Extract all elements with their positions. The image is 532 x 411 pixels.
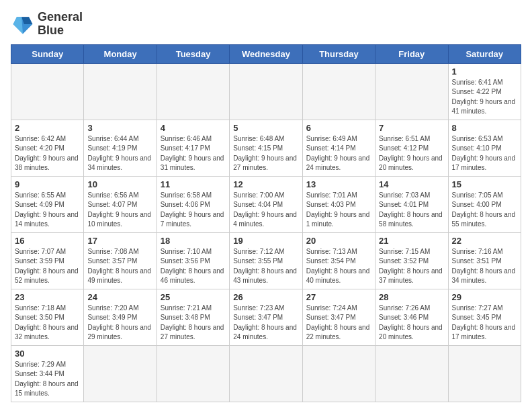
header: General Blue (11, 11, 521, 38)
day-number: 27 (306, 292, 371, 302)
day-info: Sunrise: 6:53 AM Sunset: 4:10 PM Dayligh… (452, 134, 517, 173)
day-info: Sunrise: 7:15 AM Sunset: 3:52 PM Dayligh… (379, 247, 444, 286)
calendar-cell: 12Sunrise: 7:00 AM Sunset: 4:04 PM Dayli… (230, 176, 302, 232)
calendar-cell: 2Sunrise: 6:42 AM Sunset: 4:20 PM Daylig… (11, 120, 84, 176)
calendar-cell: 28Sunrise: 7:26 AM Sunset: 3:46 PM Dayli… (375, 289, 448, 345)
day-info: Sunrise: 7:01 AM Sunset: 4:03 PM Dayligh… (306, 191, 371, 230)
day-info: Sunrise: 7:13 AM Sunset: 3:54 PM Dayligh… (306, 247, 371, 286)
day-info: Sunrise: 6:41 AM Sunset: 4:22 PM Dayligh… (452, 78, 517, 117)
calendar-cell: 15Sunrise: 7:05 AM Sunset: 4:00 PM Dayli… (448, 176, 521, 232)
day-info: Sunrise: 7:24 AM Sunset: 3:47 PM Dayligh… (306, 304, 371, 342)
day-info: Sunrise: 7:00 AM Sunset: 4:04 PM Dayligh… (233, 191, 298, 230)
day-info: Sunrise: 6:56 AM Sunset: 4:07 PM Dayligh… (87, 191, 152, 230)
calendar-cell (375, 63, 448, 120)
generalblue-logo-icon (11, 12, 35, 36)
day-number: 25 (161, 292, 226, 302)
day-info: Sunrise: 7:05 AM Sunset: 4:00 PM Dayligh… (452, 191, 517, 230)
calendar-cell: 8Sunrise: 6:53 AM Sunset: 4:10 PM Daylig… (448, 120, 521, 176)
calendar-cell: 17Sunrise: 7:08 AM Sunset: 3:57 PM Dayli… (84, 232, 157, 289)
calendar-cell: 20Sunrise: 7:13 AM Sunset: 3:54 PM Dayli… (302, 232, 375, 289)
calendar-cell: 3Sunrise: 6:44 AM Sunset: 4:19 PM Daylig… (84, 120, 157, 176)
day-number: 1 (452, 66, 517, 77)
day-number: 30 (15, 349, 80, 359)
day-number: 10 (87, 179, 152, 189)
day-number: 17 (87, 236, 152, 246)
day-number: 8 (452, 123, 517, 133)
calendar-cell: 18Sunrise: 7:10 AM Sunset: 3:56 PM Dayli… (157, 232, 229, 289)
calendar-cell (84, 345, 157, 402)
calendar-cell: 1Sunrise: 6:41 AM Sunset: 4:22 PM Daylig… (448, 63, 521, 120)
calendar-cell (11, 63, 84, 120)
day-number: 16 (15, 236, 80, 246)
day-number: 22 (452, 236, 517, 246)
day-number: 5 (233, 123, 298, 133)
calendar-cell: 27Sunrise: 7:24 AM Sunset: 3:47 PM Dayli… (302, 289, 375, 345)
day-number: 26 (233, 292, 298, 302)
calendar-cell (375, 345, 448, 402)
calendar-cell: 29Sunrise: 7:27 AM Sunset: 3:45 PM Dayli… (448, 289, 521, 345)
svg-marker-2 (13, 17, 23, 34)
day-number: 19 (233, 236, 298, 246)
day-number: 2 (15, 123, 80, 133)
calendar-cell (230, 345, 302, 402)
calendar-cell: 10Sunrise: 6:56 AM Sunset: 4:07 PM Dayli… (84, 176, 157, 232)
day-number: 9 (15, 179, 80, 189)
logo-text-general: General (38, 11, 83, 24)
day-info: Sunrise: 6:48 AM Sunset: 4:15 PM Dayligh… (233, 134, 298, 173)
calendar-cell: 7Sunrise: 6:51 AM Sunset: 4:12 PM Daylig… (375, 120, 448, 176)
day-info: Sunrise: 6:44 AM Sunset: 4:19 PM Dayligh… (87, 134, 152, 173)
calendar-cell: 5Sunrise: 6:48 AM Sunset: 4:15 PM Daylig… (230, 120, 302, 176)
calendar-cell: 24Sunrise: 7:20 AM Sunset: 3:49 PM Dayli… (84, 289, 157, 345)
calendar-cell (230, 63, 302, 120)
logo-text-blue: Blue (38, 24, 83, 38)
calendar-cell: 9Sunrise: 6:55 AM Sunset: 4:09 PM Daylig… (11, 176, 84, 232)
day-info: Sunrise: 7:08 AM Sunset: 3:57 PM Dayligh… (87, 247, 152, 286)
calendar-cell (302, 63, 375, 120)
day-info: Sunrise: 7:27 AM Sunset: 3:45 PM Dayligh… (452, 304, 517, 342)
day-number: 28 (379, 292, 444, 302)
day-info: Sunrise: 7:03 AM Sunset: 4:01 PM Dayligh… (379, 191, 444, 230)
day-info: Sunrise: 7:10 AM Sunset: 3:56 PM Dayligh… (161, 247, 226, 286)
day-info: Sunrise: 6:49 AM Sunset: 4:14 PM Dayligh… (306, 134, 371, 173)
day-info: Sunrise: 7:26 AM Sunset: 3:46 PM Dayligh… (379, 304, 444, 342)
weekday-header-thursday: Thursday (302, 44, 375, 63)
day-info: Sunrise: 7:07 AM Sunset: 3:59 PM Dayligh… (15, 247, 80, 286)
calendar-cell: 22Sunrise: 7:16 AM Sunset: 3:51 PM Dayli… (448, 232, 521, 289)
day-number: 11 (161, 179, 226, 189)
day-number: 7 (379, 123, 444, 133)
day-number: 20 (306, 236, 371, 246)
calendar-table: SundayMondayTuesdayWednesdayThursdayFrid… (11, 44, 521, 402)
day-info: Sunrise: 7:23 AM Sunset: 3:47 PM Dayligh… (233, 304, 298, 342)
day-info: Sunrise: 7:21 AM Sunset: 3:48 PM Dayligh… (161, 304, 226, 342)
calendar-cell: 13Sunrise: 7:01 AM Sunset: 4:03 PM Dayli… (302, 176, 375, 232)
day-number: 29 (452, 292, 517, 302)
calendar-cell: 23Sunrise: 7:18 AM Sunset: 3:50 PM Dayli… (11, 289, 84, 345)
day-info: Sunrise: 7:29 AM Sunset: 3:44 PM Dayligh… (15, 360, 80, 399)
day-number: 18 (161, 236, 226, 246)
weekday-header-saturday: Saturday (448, 44, 521, 63)
day-info: Sunrise: 7:18 AM Sunset: 3:50 PM Dayligh… (15, 304, 80, 342)
calendar-cell (157, 63, 229, 120)
day-info: Sunrise: 7:16 AM Sunset: 3:51 PM Dayligh… (452, 247, 517, 286)
day-number: 14 (379, 179, 444, 189)
calendar-cell (448, 345, 521, 402)
calendar-cell: 21Sunrise: 7:15 AM Sunset: 3:52 PM Dayli… (375, 232, 448, 289)
day-number: 4 (161, 123, 226, 133)
day-number: 6 (306, 123, 371, 133)
day-number: 24 (87, 292, 152, 302)
day-number: 3 (87, 123, 152, 133)
logo: General Blue (11, 11, 83, 38)
weekday-header-monday: Monday (84, 44, 157, 63)
day-number: 12 (233, 179, 298, 189)
calendar-cell: 30Sunrise: 7:29 AM Sunset: 3:44 PM Dayli… (11, 345, 84, 402)
day-info: Sunrise: 6:42 AM Sunset: 4:20 PM Dayligh… (15, 134, 80, 173)
calendar-cell: 16Sunrise: 7:07 AM Sunset: 3:59 PM Dayli… (11, 232, 84, 289)
day-info: Sunrise: 6:51 AM Sunset: 4:12 PM Dayligh… (379, 134, 444, 173)
calendar-cell (157, 345, 229, 402)
weekday-header-sunday: Sunday (11, 44, 84, 63)
day-number: 23 (15, 292, 80, 302)
calendar-cell (302, 345, 375, 402)
weekday-header-tuesday: Tuesday (157, 44, 229, 63)
calendar-cell: 25Sunrise: 7:21 AM Sunset: 3:48 PM Dayli… (157, 289, 229, 345)
calendar-cell: 11Sunrise: 6:58 AM Sunset: 4:06 PM Dayli… (157, 176, 229, 232)
